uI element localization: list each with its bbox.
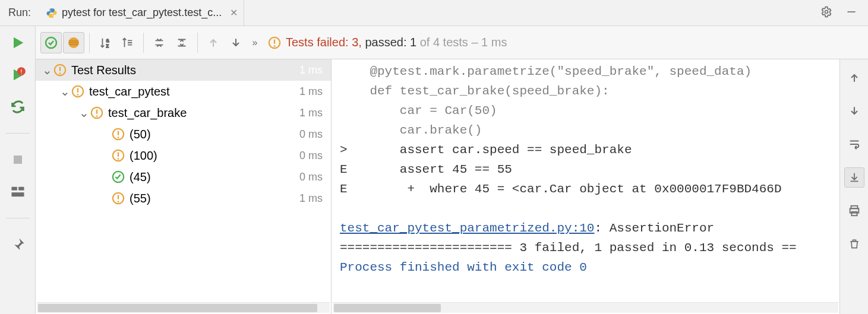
tree-module[interactable]: ⌄ test_car_pytest 1 ms: [36, 81, 331, 102]
tree-func[interactable]: ⌄ test_car_brake 1 ms: [36, 102, 331, 123]
up-icon[interactable]: [844, 68, 864, 88]
tree-case-time: 0 ms: [299, 128, 323, 141]
chevron-down-icon[interactable]: ⌄: [78, 106, 89, 120]
pin-icon[interactable]: [10, 236, 26, 253]
run-header: Run: pytest for test_car_pytest.test_c..…: [0, 0, 868, 26]
summary-failed: Tests failed: 3,: [286, 36, 362, 49]
console-panel: @pytest.mark.parametrize("speed_brake", …: [332, 59, 839, 314]
svg-point-20: [59, 72, 61, 74]
svg-rect-6: [18, 187, 24, 191]
summary-passed: passed: 1: [362, 36, 416, 49]
tree-root-time: 1 ms: [299, 64, 323, 77]
svg-point-36: [118, 201, 119, 202]
stop-icon[interactable]: [10, 151, 26, 168]
svg-rect-5: [11, 187, 17, 191]
tree-case[interactable]: (50)0 ms: [36, 123, 331, 145]
svg-point-26: [96, 115, 98, 117]
tree-module-label: test_car_pytest: [89, 85, 299, 99]
test-tree[interactable]: ⌄ Test Results 1 ms ⌄ test_car_pytest 1 …: [36, 59, 331, 302]
tree-case[interactable]: (55)1 ms: [36, 188, 331, 209]
file-link[interactable]: test_car_pytest_parametrized.py:10: [340, 221, 594, 235]
test-tree-panel: ⌄ Test Results 1 ms ⌄ test_car_pytest 1 …: [36, 59, 332, 314]
svg-point-23: [77, 94, 79, 96]
run-tab[interactable]: pytest for test_car_pytest.test_c... ✕: [43, 0, 244, 26]
python-icon: [46, 8, 57, 18]
tree-case-label: (55): [130, 192, 299, 205]
warn-icon: [71, 85, 84, 98]
warn-icon: [90, 106, 103, 119]
run-label: Run:: [8, 7, 31, 19]
tree-func-label: test_car_brake: [108, 106, 299, 120]
test-summary: Tests failed: 3, passed: 1 of 4 tests – …: [268, 36, 507, 49]
down-icon[interactable]: [844, 101, 864, 121]
console-scrollbar[interactable]: [333, 302, 838, 313]
svg-text:!: !: [20, 68, 22, 75]
toggle-auto-icon[interactable]: [10, 99, 26, 115]
expand-icon[interactable]: [117, 32, 138, 53]
tree-case-time: 1 ms: [299, 192, 323, 205]
expand-all-icon[interactable]: [171, 32, 192, 53]
warn-icon: [268, 36, 281, 49]
tree-case-time: 0 ms: [299, 171, 323, 183]
print-icon[interactable]: [844, 201, 864, 221]
left-action-gutter: !: [0, 26, 36, 314]
svg-point-0: [825, 10, 828, 13]
right-action-gutter: [839, 59, 868, 314]
warn-icon: [53, 64, 67, 77]
scroll-to-end-icon[interactable]: [844, 167, 864, 188]
tree-case-label: (50): [130, 128, 299, 141]
tree-scrollbar[interactable]: [37, 302, 330, 313]
svg-point-17: [274, 45, 276, 47]
tree-func-time: 1 ms: [299, 107, 323, 119]
chevron-down-icon[interactable]: ⌄: [59, 84, 70, 99]
svg-point-32: [118, 158, 119, 160]
show-passed-button[interactable]: [40, 32, 62, 53]
svg-point-29: [118, 137, 119, 138]
tree-case[interactable]: (100)0 ms: [36, 145, 331, 166]
tree-case[interactable]: (45)0 ms: [36, 166, 331, 188]
show-ignored-button[interactable]: [63, 32, 84, 53]
gear-icon[interactable]: [820, 6, 832, 20]
warn-icon: [112, 149, 125, 162]
warn-icon: [112, 192, 125, 205]
soft-wrap-icon[interactable]: [844, 134, 864, 154]
run-icon[interactable]: [10, 34, 26, 51]
tree-root[interactable]: ⌄ Test Results 1 ms: [36, 59, 331, 81]
pass-icon: [112, 170, 125, 183]
next-fail-icon[interactable]: [225, 32, 247, 53]
svg-text:z: z: [106, 43, 109, 49]
run-failed-icon[interactable]: !: [10, 66, 26, 83]
svg-rect-4: [14, 156, 22, 164]
test-toolbar: az »: [36, 26, 868, 59]
summary-of: of 4 tests – 1 ms: [416, 36, 507, 49]
tree-case-label: (45): [130, 170, 299, 184]
more-icon[interactable]: »: [248, 32, 262, 53]
minimize-icon[interactable]: [845, 6, 857, 20]
tree-module-time: 1 ms: [299, 85, 323, 98]
svg-text:a: a: [106, 38, 109, 43]
tree-root-label: Test Results: [71, 64, 299, 77]
warn-icon: [112, 128, 125, 141]
console-output[interactable]: @pytest.mark.parametrize("speed_brake", …: [332, 59, 839, 302]
sort-icon[interactable]: az: [94, 32, 116, 53]
chevron-down-icon[interactable]: ⌄: [42, 63, 52, 77]
collapse-all-icon[interactable]: [149, 32, 170, 53]
svg-rect-7: [11, 192, 24, 196]
trash-icon[interactable]: [844, 234, 864, 254]
run-tab-title: pytest for test_car_pytest.test_c...: [62, 7, 222, 19]
tree-case-label: (100): [130, 149, 299, 163]
tree-case-time: 0 ms: [299, 150, 323, 162]
layout-icon[interactable]: [10, 183, 26, 200]
prev-fail-icon[interactable]: [203, 32, 224, 53]
close-icon[interactable]: ✕: [230, 7, 238, 18]
